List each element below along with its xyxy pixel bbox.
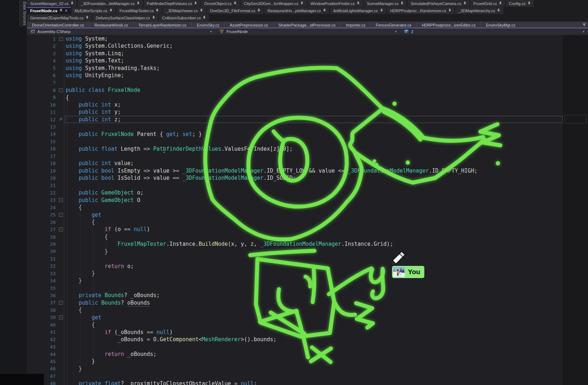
code-line-39[interactable]: 39- get (27, 314, 563, 321)
pin-icon[interactable] (60, 9, 62, 13)
pin-icon[interactable] (257, 9, 260, 13)
code-line-48[interactable]: 48 private float? _proximityToClosestObs… (27, 380, 563, 385)
data-sources-vertical-tab[interactable]: Data Sources (19, 0, 27, 27)
collapse-icon[interactable]: - (59, 315, 63, 319)
code-line-32[interactable]: 32 return o; (27, 263, 563, 270)
code-line-3[interactable]: 3using System.Linq; (27, 50, 563, 57)
pin-icon[interactable] (357, 1, 360, 5)
vertical-scrollbar[interactable] (563, 35, 588, 385)
code-line-13[interactable]: 13 (27, 123, 563, 130)
code-line-20[interactable]: 20 public bool IsSolid => value == _3DFo… (27, 174, 563, 182)
tab-3dfoundatio-delmanager-cs[interactable]: _3DFoundatio...delManager.cs (78, 0, 143, 7)
code-editor[interactable]: 1-using System;2using System.Collections… (27, 35, 563, 385)
code-line-37[interactable]: 37- public Bounds? oBounds (27, 299, 563, 306)
pin-icon[interactable] (137, 1, 140, 5)
code-line-36[interactable]: 36 private Bounds? _oBounds; (27, 292, 563, 299)
fold-marker[interactable]: - (56, 227, 66, 231)
code-line-1[interactable]: 1-using System; (27, 35, 563, 42)
pin-icon[interactable] (300, 1, 303, 5)
collapse-icon[interactable]: - (59, 37, 63, 41)
fold-marker[interactable]: - (56, 315, 66, 319)
tab-collisionsubscriber-cs[interactable]: CollisionSubscriber.cs (159, 14, 209, 21)
code-line-33[interactable]: 33 } (27, 270, 563, 277)
code-line-29[interactable]: 29 FruxelMapTester.Instance.BuildNode(x,… (27, 240, 563, 248)
collapse-icon[interactable]: - (59, 301, 63, 305)
code-line-45[interactable]: 45 } (27, 358, 563, 365)
tab-fruxelgrid-cs[interactable]: FruxelGrid.cs (470, 0, 505, 7)
code-line-25[interactable]: 25- get (27, 211, 563, 219)
code-line-28[interactable]: 28 { (27, 233, 563, 240)
code-line-40[interactable]: 40 { (27, 321, 563, 328)
code-line-12[interactable]: 12✎ public int z; (27, 116, 563, 123)
tab-artificiallightsmanager-cs[interactable]: ArtificialLightsManager.cs (330, 7, 386, 14)
tab-3dmaphierarchy-cs[interactable]: _3DMapHierarchy.cs (455, 7, 503, 14)
code-line-27[interactable]: 27- if (o == null) (27, 226, 563, 233)
code-line-30[interactable]: 30 } (27, 248, 563, 255)
tab-myeditorscripts-cs[interactable]: MyEditorScripts.cs (71, 7, 116, 14)
pin-icon[interactable] (203, 16, 206, 20)
code-line-34[interactable]: 34 } (27, 277, 563, 284)
tab-hdrppostproc-randomizer-cs[interactable]: HDRPPostproc...Randomizer.cs (387, 7, 455, 14)
tab-fruxelmaptester-cs[interactable]: FruxelMapTester.cs (116, 7, 162, 14)
tab-overflow-icon[interactable] (582, 23, 586, 27)
pin-icon[interactable] (499, 1, 502, 5)
tab-pathfinderdepthvalues-cs[interactable]: PathfinderDepthValues.cs (144, 0, 200, 7)
code-line-7[interactable]: 7 (27, 79, 563, 86)
code-line-4[interactable]: 4using System.Text; (27, 57, 563, 64)
pin-icon[interactable] (497, 9, 500, 13)
project-dropdown[interactable]: Assembly-CSharp ▾ (27, 28, 215, 35)
code-line-9[interactable]: 9{ (27, 94, 563, 101)
code-line-17[interactable]: 17 (27, 152, 563, 160)
pin-icon[interactable] (109, 9, 112, 13)
code-line-44[interactable]: 44 return _oBounds; (27, 351, 563, 358)
code-line-8[interactable]: 8-public class FruxelNode (27, 86, 563, 94)
fold-marker[interactable]: - (56, 37, 66, 41)
pin-icon[interactable] (194, 1, 197, 5)
code-line-46[interactable]: 46 } (27, 365, 563, 372)
tab-scenemanager-cs[interactable]: SceneManager.cs (364, 0, 407, 7)
code-line-6[interactable]: 6using UnityEngine; (27, 72, 563, 79)
tab-fruxelnode-cs[interactable]: FruxelNode.cs× (27, 7, 71, 14)
tab-restaurantho-plemanager-cs[interactable]: RestaurantHo...pleManager.cs (264, 7, 329, 14)
chevron-down-icon[interactable]: ▾ (395, 30, 397, 33)
fold-marker[interactable]: - (56, 213, 66, 217)
pin-icon[interactable] (71, 1, 74, 5)
chevron-down-icon[interactable]: ▾ (583, 30, 584, 33)
close-icon[interactable]: × (65, 8, 67, 13)
tab-scenemanager-02-cs[interactable]: SceneManager_02.cs (27, 0, 77, 7)
code-line-26[interactable]: 26 { (27, 219, 563, 226)
fold-marker[interactable]: - (56, 198, 66, 202)
pin-icon[interactable] (234, 1, 237, 5)
code-line-41[interactable]: 41 if (_oBounds == null) (27, 329, 563, 336)
code-line-38[interactable]: 38 { (27, 306, 563, 314)
code-line-2[interactable]: 2using System.Collections.Generic; (27, 42, 563, 50)
code-line-43[interactable]: 43 (27, 343, 563, 350)
collapse-icon[interactable]: - (59, 227, 63, 231)
fold-marker[interactable]: - (56, 88, 66, 92)
code-line-24[interactable]: 24 { (27, 204, 563, 211)
code-line-42[interactable]: 42 _oBounds = O.GetComponent<MeshRendere… (27, 336, 563, 343)
tab-windowpositionfinder-cs[interactable]: WindowPositionFinder.cs (307, 0, 363, 7)
tab-3dmapviewer-cs[interactable]: _3DMapViewer.cs (163, 7, 206, 14)
tab-simulatedfisheyecamera-cs[interactable]: SimulatedFisheyeCamera.cs (407, 0, 470, 7)
code-line-11[interactable]: 11 public int y; (27, 108, 563, 116)
pin-icon[interactable] (401, 1, 403, 5)
code-line-47[interactable]: 47 (27, 372, 563, 380)
code-line-23[interactable]: 23- public GameObject O (27, 197, 563, 204)
tab-deliverysurfaceclasshelper-cs[interactable]: DeliverySurfaceClassHelper.cs (93, 14, 158, 21)
code-line-22[interactable]: 22 public GameObject o; (27, 189, 563, 196)
pin-icon[interactable] (528, 1, 531, 5)
code-line-5[interactable]: 5using System.Threading.Tasks; (27, 65, 563, 72)
code-line-21[interactable]: 21 (27, 182, 563, 189)
pin-icon[interactable] (323, 9, 326, 13)
code-line-35[interactable]: 35 (27, 285, 563, 292)
tab-generator2exportmaptools-cs[interactable]: Generator2ExportMapTools.cs (27, 14, 92, 21)
chevron-down-icon[interactable]: ▾ (210, 30, 212, 33)
code-line-19[interactable]: 19 public bool IsEmpty => value >= _3DFo… (27, 167, 563, 174)
collapse-icon[interactable]: - (59, 198, 63, 202)
collapse-icon[interactable]: - (59, 213, 63, 217)
code-line-14[interactable]: 14 public FruxelNode Parent { get; set; … (27, 131, 563, 138)
pin-icon[interactable] (463, 1, 466, 5)
tab-onesec3d-fileformat-cs[interactable]: OneSec3D_FileFormat.cs (207, 7, 264, 14)
code-line-18[interactable]: 18 public int value; (27, 160, 563, 167)
